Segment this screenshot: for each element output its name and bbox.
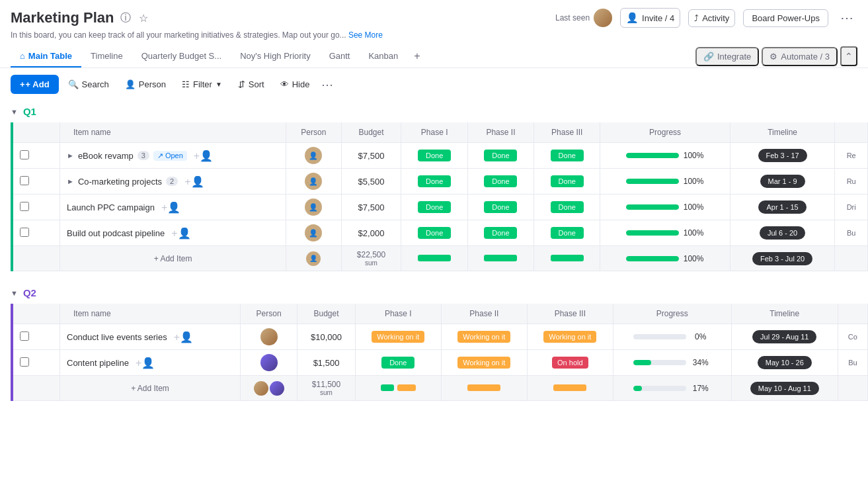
item-name-text: Launch PPC campaign [67, 202, 155, 212]
open-badge[interactable]: ↗ Open [153, 151, 187, 161]
budget-cell: $5,500 [341, 169, 401, 195]
add-person-inline[interactable]: +👤 [171, 227, 190, 240]
add-person-inline[interactable]: +👤 [174, 331, 193, 343]
q2-table-container: Item name Person Budget Phase I Phase II… [0, 304, 868, 401]
hide-button[interactable]: 👁 Hide [274, 75, 317, 93]
collapse-tabs-button[interactable]: ⌃ [840, 46, 857, 66]
phase-working-badge: Working on it [543, 331, 596, 343]
group-q2-header[interactable]: ▼ Q2 [0, 282, 868, 304]
sum-row-q1: + Add Item 👤 $22,500 sum [12, 246, 868, 271]
activity-button[interactable]: ⤴ Activity [688, 9, 735, 27]
phase2-cell: Done [467, 143, 533, 169]
checkbox-cell[interactable] [12, 169, 60, 195]
add-person-inline[interactable]: +👤 [184, 175, 204, 188]
phase3-cell: Done [534, 195, 600, 220]
progress-bar-bg [626, 204, 679, 210]
expand-icon[interactable]: ► [67, 177, 74, 185]
timeline-badge: Mar 1 - 9 [760, 175, 805, 188]
sum-empty [12, 246, 60, 271]
group-q1-header[interactable]: ▼ Q1 [0, 101, 868, 122]
progress-bar-fill [626, 179, 679, 184]
phase2-cell: Working on it [441, 350, 527, 376]
person-button[interactable]: 👤 Person [118, 75, 173, 93]
phase-onhold-badge: On hold [552, 357, 588, 369]
tab-gantt[interactable]: Gantt [320, 46, 360, 67]
person-avatar: 👤 [305, 147, 322, 164]
filter-button[interactable]: ☷ Filter ▼ [175, 75, 229, 93]
checkbox-cell[interactable] [12, 143, 60, 169]
checkbox-cell[interactable] [12, 324, 60, 350]
sum-phase2-q2 [441, 376, 527, 401]
star-icon[interactable]: ☆ [138, 11, 149, 26]
phase2-cell: Done [467, 195, 533, 220]
tabs-bar: ⌂ Main Table Timeline Quarterly Budget S… [0, 45, 868, 68]
automate-button[interactable]: ⚙ Automate / 3 [762, 47, 838, 66]
search-icon: 🔍 [68, 79, 79, 89]
board-powerups-button[interactable]: Board Power-Ups [743, 9, 828, 27]
row-checkbox[interactable] [20, 176, 29, 185]
row-checkbox[interactable] [20, 357, 29, 367]
invite-icon: 👤 [626, 12, 639, 24]
phase-done-badge: Done [551, 175, 584, 187]
more-options-button[interactable]: ⋯ [836, 9, 857, 27]
table-row: Conduct live events series +👤 $10,000 Wo… [12, 324, 868, 350]
sum-progress-bar-q2 [633, 386, 686, 391]
progress-bar-bg [626, 230, 679, 236]
row-checkbox[interactable] [20, 202, 29, 211]
info-icon[interactable]: ⓘ [119, 10, 132, 26]
phase1-cell: Done [401, 195, 467, 220]
collapse-q1-icon[interactable]: ▼ [11, 108, 18, 116]
tab-quarterly-budget[interactable]: Quarterly Budget S... [132, 46, 231, 67]
tab-main-table[interactable]: ⌂ Main Table [11, 46, 81, 67]
sum-progress-fill-q2 [633, 386, 643, 391]
group-q2: ▼ Q2 Item name Person Budget Phase I Pha… [0, 282, 868, 401]
invite-button[interactable]: 👤 Invite / 4 [620, 8, 680, 28]
phase3-cell: Done [534, 169, 600, 195]
expand-icon[interactable]: ► [67, 152, 74, 159]
add-item-q2[interactable]: + Add Item [60, 376, 241, 401]
q1-table-container: Item name Person Budget Phase I Phase II… [0, 122, 868, 271]
col-item-name: Item name [60, 122, 286, 143]
progress-bar-bg [626, 153, 679, 158]
row-checkbox[interactable] [20, 228, 29, 237]
row-checkbox[interactable] [20, 331, 29, 341]
checkbox-cell[interactable] [12, 350, 60, 376]
sort-button[interactable]: ⇵ Sort [231, 75, 271, 93]
sum-progress: 100% [600, 246, 730, 271]
item-name-text: Build out podcast pipeline [67, 228, 165, 238]
more-toolbar-button[interactable]: ⋯ [319, 76, 336, 93]
header-right: Last seen 👤 Invite / 4 ⤴ Activity Board … [555, 8, 857, 28]
phase-done-badge: Done [418, 227, 451, 239]
item-name-text: eBook revamp [78, 151, 134, 161]
add-button[interactable]: + + Add [11, 75, 59, 94]
add-person-inline[interactable]: +👤 [194, 150, 213, 162]
row-checkbox[interactable] [20, 150, 29, 159]
add-tab-button[interactable]: + [407, 45, 426, 67]
phase1-cell: Working on it [355, 324, 441, 350]
sum-extra [835, 246, 868, 271]
person-avatar-warm [260, 328, 278, 345]
tab-kanban[interactable]: Kanban [359, 46, 407, 67]
tab-timeline[interactable]: Timeline [81, 46, 132, 67]
phase2-cell: Done [467, 220, 533, 246]
budget-cell: $2,000 [341, 220, 401, 246]
add-person-inline[interactable]: +👤 [161, 201, 180, 214]
phase-done-badge: Done [484, 150, 517, 161]
add-person-inline[interactable]: +👤 [136, 357, 155, 369]
phase3-cell: On hold [527, 350, 613, 376]
sum-budget-q2: $11,500 sum [297, 376, 356, 401]
search-button[interactable]: 🔍 Search [61, 75, 116, 93]
home-icon: ⌂ [20, 51, 25, 61]
hide-icon: 👁 [280, 79, 289, 89]
integrate-button[interactable]: 🔗 Integrate [695, 47, 759, 66]
sum-extra-q2 [838, 376, 867, 401]
checkbox-cell[interactable] [12, 195, 60, 220]
sum-person-avatar: 👤 [306, 251, 321, 266]
checkbox-cell[interactable] [12, 220, 60, 246]
tab-noy-priority[interactable]: Noy's High Priority [231, 46, 320, 67]
add-item-q1[interactable]: + Add Item [60, 246, 286, 271]
see-more-link[interactable]: See More [348, 30, 383, 40]
collapse-q2-icon[interactable]: ▼ [11, 289, 18, 297]
col-phase1: Phase I [401, 122, 467, 143]
main-content: ▼ Q1 Item name Person Budget Phase I Pha… [0, 101, 868, 422]
